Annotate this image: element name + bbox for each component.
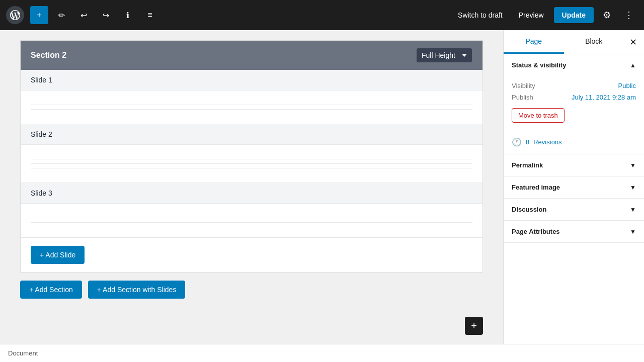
section-title: Section 2 <box>31 51 66 60</box>
featured-image-section: Featured image ▼ <box>504 176 644 199</box>
edit-button[interactable]: ✏ <box>52 6 70 24</box>
add-block-bottom-button[interactable]: + <box>465 317 483 335</box>
add-block-toolbar-button[interactable]: + <box>30 6 48 24</box>
slide-1-content[interactable] <box>21 90 482 124</box>
slide-3-title: Slide 3 <box>31 189 52 197</box>
editor-area[interactable]: Section 2 Full Height Half Height Fit Co… <box>0 30 503 344</box>
add-buttons-area: + Add Section + Add Section with Slides <box>20 281 483 299</box>
info-icon: ℹ <box>126 11 129 20</box>
update-button[interactable]: Update <box>554 7 594 23</box>
slide-block-1: Slide 1 <box>21 70 482 124</box>
publish-row: Publish July 11, 2021 9:28 am <box>512 92 636 103</box>
visibility-row: Visibility Public <box>512 80 636 92</box>
slide-2-title: Slide 2 <box>31 130 52 138</box>
permalink-chevron-icon: ▼ <box>630 162 636 169</box>
revisions-row[interactable]: 🕐 8 Revisions <box>504 130 644 154</box>
add-slide-section: + Add Slide <box>21 237 482 272</box>
settings-button[interactable]: ⚙ <box>598 6 616 24</box>
page-attributes-title: Page Attributes <box>512 228 560 235</box>
slide-1-header: Slide 1 <box>21 70 482 90</box>
status-visibility-content: Visibility Public Publish July 11, 2021 … <box>504 76 644 130</box>
sidebar: Page Block ✕ Status & visibility ▲ Visib… <box>503 30 644 344</box>
bottom-bar: Document <box>0 344 644 362</box>
slide-2-divider-1 <box>31 159 472 159</box>
status-visibility-section: Status & visibility ▲ Visibility Public … <box>504 54 644 130</box>
list-view-button[interactable]: ≡ <box>141 6 159 24</box>
status-visibility-header[interactable]: Status & visibility ▲ <box>504 54 644 76</box>
permalink-title: Permalink <box>512 161 543 169</box>
page-tab[interactable]: Page <box>504 30 564 54</box>
toolbar-right: Switch to draft Preview Update ⚙ ⋮ <box>452 6 638 24</box>
slide-2-divider-2 <box>31 163 472 164</box>
block-tab[interactable]: Block <box>564 30 624 54</box>
close-icon: ✕ <box>629 37 637 48</box>
preview-button[interactable]: Preview <box>513 8 550 22</box>
redo-icon: ↪ <box>103 11 109 20</box>
slide-1-title: Slide 1 <box>31 76 52 84</box>
height-select[interactable]: Full Height Half Height Fit Content <box>416 48 472 63</box>
discussion-title: Discussion <box>512 206 546 213</box>
list-icon: ≡ <box>147 11 152 20</box>
slide-2-content[interactable] <box>21 145 482 183</box>
revisions-label: Revisions <box>533 138 561 146</box>
document-label: Document <box>8 349 38 357</box>
featured-image-header[interactable]: Featured image ▼ <box>504 176 644 198</box>
plus-bottom-icon: + <box>471 320 477 332</box>
settings-icon: ⚙ <box>603 10 611 21</box>
discussion-section: Discussion ▼ <box>504 199 644 221</box>
undo-icon: ↩ <box>80 11 87 20</box>
slide-3-content[interactable] <box>21 204 482 237</box>
slide-2-divider-3 <box>31 168 472 168</box>
slide-1-divider-1 <box>31 105 472 105</box>
chevron-up-icon: ▲ <box>630 62 636 69</box>
sidebar-close-button[interactable]: ✕ <box>624 33 642 51</box>
slide-3-divider-2 <box>31 222 472 223</box>
featured-image-title: Featured image <box>512 184 560 191</box>
slide-2-header: Slide 2 <box>21 124 482 145</box>
slide-1-divider-2 <box>31 109 472 110</box>
page-attributes-chevron-icon: ▼ <box>630 228 636 235</box>
permalink-section: Permalink ▼ <box>504 154 644 176</box>
revisions-count: 8 <box>526 138 529 146</box>
permalink-header[interactable]: Permalink ▼ <box>504 154 644 176</box>
page-attributes-header[interactable]: Page Attributes ▼ <box>504 221 644 242</box>
discussion-chevron-icon: ▼ <box>630 206 636 213</box>
slide-block-2: Slide 2 <box>21 124 482 183</box>
publish-label: Publish <box>512 94 533 101</box>
switch-to-draft-button[interactable]: Switch to draft <box>452 8 509 22</box>
details-button[interactable]: ℹ <box>119 6 137 24</box>
pencil-icon: ✏ <box>58 11 65 20</box>
move-to-trash-button[interactable]: Move to trash <box>512 108 565 123</box>
ellipsis-icon: ⋮ <box>624 10 633 21</box>
slide-block-3: Slide 3 <box>21 183 482 237</box>
wp-logo[interactable] <box>6 6 24 24</box>
slide-3-divider-1 <box>31 218 472 218</box>
section-block: Section 2 Full Height Half Height Fit Co… <box>20 40 483 273</box>
add-section-slides-button[interactable]: + Add Section with Slides <box>88 281 186 299</box>
discussion-header[interactable]: Discussion ▼ <box>504 199 644 220</box>
publish-value[interactable]: July 11, 2021 9:28 am <box>572 94 636 101</box>
section-header: Section 2 Full Height Half Height Fit Co… <box>21 41 482 70</box>
visibility-label: Visibility <box>512 82 535 89</box>
revisions-icon: 🕐 <box>512 137 522 147</box>
toolbar: + ✏ ↩ ↪ ℹ ≡ Switch to draft Preview Upda… <box>0 0 644 30</box>
more-options-button[interactable]: ⋮ <box>620 6 638 24</box>
status-visibility-title: Status & visibility <box>512 61 566 69</box>
sidebar-tabs: Page Block ✕ <box>504 30 644 54</box>
undo-button[interactable]: ↩ <box>74 6 93 24</box>
slide-3-header: Slide 3 <box>21 183 482 204</box>
add-slide-button[interactable]: + Add Slide <box>31 246 85 264</box>
featured-image-chevron-icon: ▼ <box>630 184 636 191</box>
page-attributes-section: Page Attributes ▼ <box>504 221 644 243</box>
visibility-value[interactable]: Public <box>618 82 636 89</box>
redo-button[interactable]: ↪ <box>97 6 115 24</box>
plus-icon: + <box>37 11 41 20</box>
add-section-button[interactable]: + Add Section <box>20 281 82 299</box>
main-layout: Section 2 Full Height Half Height Fit Co… <box>0 30 644 344</box>
